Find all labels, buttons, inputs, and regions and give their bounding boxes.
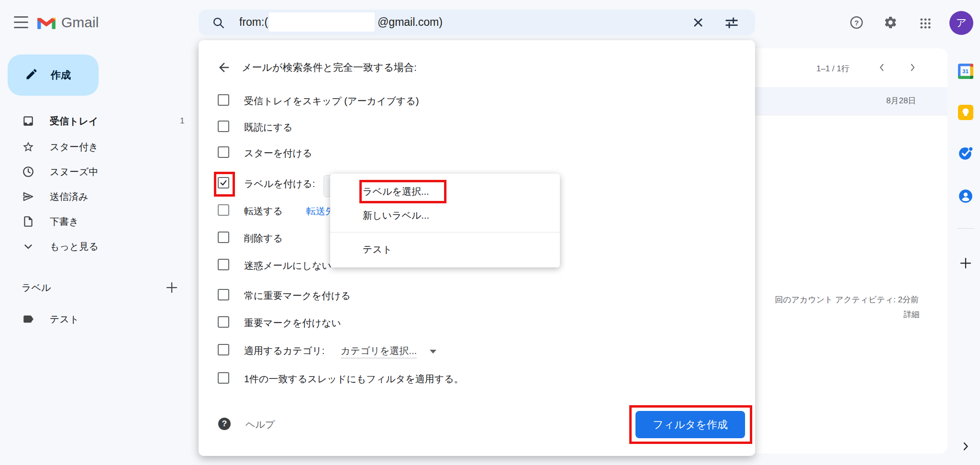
filter-option-always-important[interactable]: 常に重要マークを付ける <box>0 288 980 303</box>
help-icon[interactable]: ? <box>846 12 867 33</box>
svg-text:31: 31 <box>962 68 969 74</box>
gmail-logo-icon <box>36 13 56 32</box>
newer-page-icon[interactable] <box>877 62 887 75</box>
menu-item-new-label[interactable]: 新しいラベル... <box>330 205 560 226</box>
checkbox[interactable] <box>218 94 229 106</box>
checkbox-checked[interactable] <box>218 177 229 188</box>
filter-option-categorize[interactable]: 適用するカテゴリ: カテゴリを選択... <box>0 343 980 358</box>
search-query-prefix[interactable]: from:( <box>239 16 268 29</box>
pencil-icon <box>25 67 38 83</box>
redacted-email-box <box>269 12 375 32</box>
avatar[interactable]: ア <box>949 11 973 35</box>
create-filter-button[interactable]: フィルタを作成 <box>635 411 745 438</box>
apps-grid-icon[interactable] <box>915 13 936 34</box>
help-filled-icon[interactable]: ? <box>218 418 231 430</box>
label-dropdown-menu: ラベルを選択... 新しいラベル... テスト <box>330 174 560 267</box>
menu-item-test-label[interactable]: テスト <box>330 239 560 260</box>
filter-option-never-important[interactable]: 重要マークを付けない <box>0 316 980 330</box>
menu-item-choose-label[interactable]: ラベルを選択... <box>330 181 560 202</box>
panel-help-link[interactable]: ヘルプ <box>245 418 275 431</box>
search-icon[interactable] <box>212 16 225 32</box>
filter-option-skip-inbox[interactable]: 受信トレイをスキップ (アーカイブする) <box>0 94 980 108</box>
svg-text:?: ? <box>854 19 858 27</box>
sidebar-item-label: 送信済み <box>50 190 88 203</box>
compose-button[interactable]: 作成 <box>8 55 99 96</box>
filter-option-apply-to-matching[interactable]: 1件の一致するスレッドにもフィルタを適用する。 <box>0 372 980 386</box>
filter-option-mark-read[interactable]: 既読にする <box>0 120 980 134</box>
checkbox[interactable] <box>218 232 229 243</box>
menu-divider <box>330 232 560 232</box>
send-icon <box>22 190 34 203</box>
filter-panel-title: メールが検索条件と完全一致する場合: <box>242 61 417 74</box>
search-query-suffix[interactable]: @gmail.com) <box>378 16 443 29</box>
checkbox[interactable] <box>218 121 229 132</box>
checkbox[interactable] <box>218 146 229 158</box>
pagination-text: 1–1 / 1行 <box>816 63 849 74</box>
search-options-icon[interactable] <box>724 14 740 33</box>
caret-down-icon <box>430 350 436 354</box>
checkbox[interactable] <box>218 289 229 300</box>
clear-search-icon[interactable] <box>690 14 706 33</box>
filter-option-star[interactable]: スターを付ける <box>0 146 980 160</box>
choose-category-select[interactable]: カテゴリを選択... <box>341 343 417 358</box>
checkbox[interactable] <box>218 372 229 384</box>
hamburger-menu-icon[interactable] <box>12 16 30 30</box>
gmail-app: Gmail from:( @gmail.com) ? <box>0 0 980 465</box>
calendar-icon[interactable]: 31 <box>958 63 974 79</box>
compose-label: 作成 <box>51 68 71 82</box>
strip-divider <box>957 228 974 229</box>
checkbox[interactable] <box>218 204 229 216</box>
older-page-icon[interactable] <box>907 62 918 75</box>
back-arrow-icon[interactable] <box>217 60 231 77</box>
checkbox[interactable] <box>218 316 229 328</box>
checkbox[interactable] <box>218 259 229 270</box>
show-side-panel-icon[interactable] <box>960 441 971 454</box>
settings-icon[interactable] <box>880 12 901 33</box>
brand-title: Gmail <box>61 14 99 31</box>
checkbox[interactable] <box>218 344 229 355</box>
